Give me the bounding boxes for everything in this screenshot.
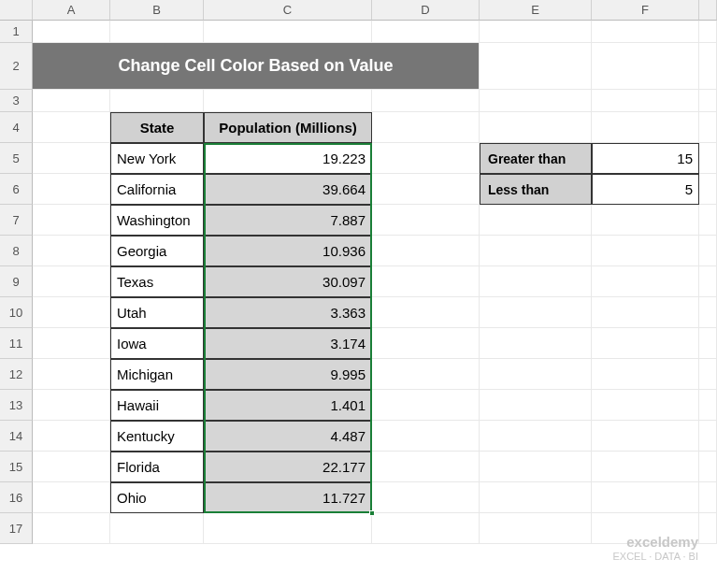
cell-population[interactable]: 11.727	[204, 482, 372, 513]
row-header-13[interactable]: 13	[0, 390, 33, 421]
row-header-5[interactable]: 5	[0, 143, 33, 174]
row-header-9[interactable]: 9	[0, 266, 33, 297]
cell-state[interactable]: Hawaii	[110, 390, 204, 421]
watermark-brand: exceldemy	[613, 535, 699, 551]
cell-state[interactable]: Kentucky	[110, 421, 204, 452]
row-header-6[interactable]: 6	[0, 174, 33, 205]
grid: A B C D E F 1 2 3 4 5 6 7 8 9 10 11 12 1…	[0, 0, 717, 544]
col-header-c[interactable]: C	[204, 0, 372, 21]
row-header-4[interactable]: 4	[0, 112, 33, 143]
row-header-15[interactable]: 15	[0, 452, 33, 482]
cell-population[interactable]: 3.174	[204, 328, 372, 359]
row-header-3[interactable]: 3	[0, 90, 33, 112]
select-all-corner[interactable]	[0, 0, 33, 21]
table-header-population[interactable]: Population (Millions)	[204, 112, 372, 143]
row-header-14[interactable]: 14	[0, 421, 33, 452]
row-header-8[interactable]: 8	[0, 236, 33, 266]
cell-state[interactable]: Utah	[110, 297, 204, 328]
cell-state[interactable]: Washington	[110, 205, 204, 236]
cell-state[interactable]: Michigan	[110, 359, 204, 390]
label-less-than[interactable]: Less than	[480, 174, 592, 205]
fill-handle[interactable]	[369, 510, 375, 516]
cell-state[interactable]: Iowa	[110, 328, 204, 359]
col-header-f[interactable]: F	[592, 0, 699, 21]
cell-population[interactable]: 4.487	[204, 421, 372, 452]
cell-population[interactable]: 1.401	[204, 390, 372, 421]
cell-population[interactable]: 30.097	[204, 266, 372, 297]
watermark-tag: EXCEL · DATA · BI	[613, 551, 699, 562]
col-header-a[interactable]: A	[33, 0, 110, 21]
row-header-7[interactable]: 7	[0, 205, 33, 236]
cell-population[interactable]: 19.223	[204, 143, 372, 174]
table-header-state[interactable]: State	[110, 112, 204, 143]
cell-population[interactable]: 3.363	[204, 297, 372, 328]
cell-state[interactable]: Georgia	[110, 236, 204, 266]
row-header-12[interactable]: 12	[0, 359, 33, 390]
cell-state[interactable]: California	[110, 174, 204, 205]
cell-state[interactable]: Texas	[110, 266, 204, 297]
row-header-10[interactable]: 10	[0, 297, 33, 328]
row-header-2[interactable]: 2	[0, 43, 33, 90]
cell-population[interactable]: 10.936	[204, 236, 372, 266]
watermark: exceldemy EXCEL · DATA · BI	[613, 535, 699, 562]
row-header-17[interactable]: 17	[0, 513, 33, 544]
value-greater-than[interactable]: 15	[592, 143, 699, 174]
cell-state[interactable]: Ohio	[110, 482, 204, 513]
spreadsheet-sheet: A B C D E F 1 2 3 4 5 6 7 8 9 10 11 12 1…	[0, 0, 717, 588]
cell-population[interactable]: 39.664	[204, 174, 372, 205]
cell-population[interactable]: 7.887	[204, 205, 372, 236]
col-header-d[interactable]: D	[372, 0, 480, 21]
cell-state[interactable]: New York	[110, 143, 204, 174]
col-header-blank[interactable]	[699, 0, 717, 21]
row-header-11[interactable]: 11	[0, 328, 33, 359]
cell-population[interactable]: 9.995	[204, 359, 372, 390]
row-header-16[interactable]: 16	[0, 482, 33, 513]
cell-state[interactable]: Florida	[110, 452, 204, 482]
col-header-b[interactable]: B	[110, 0, 204, 21]
label-greater-than[interactable]: Greater than	[480, 143, 592, 174]
row-header-1[interactable]: 1	[0, 21, 33, 43]
cell-population[interactable]: 22.177	[204, 452, 372, 482]
value-less-than[interactable]: 5	[592, 174, 699, 205]
col-header-e[interactable]: E	[480, 0, 592, 21]
page-title: Change Cell Color Based on Value	[33, 43, 480, 90]
